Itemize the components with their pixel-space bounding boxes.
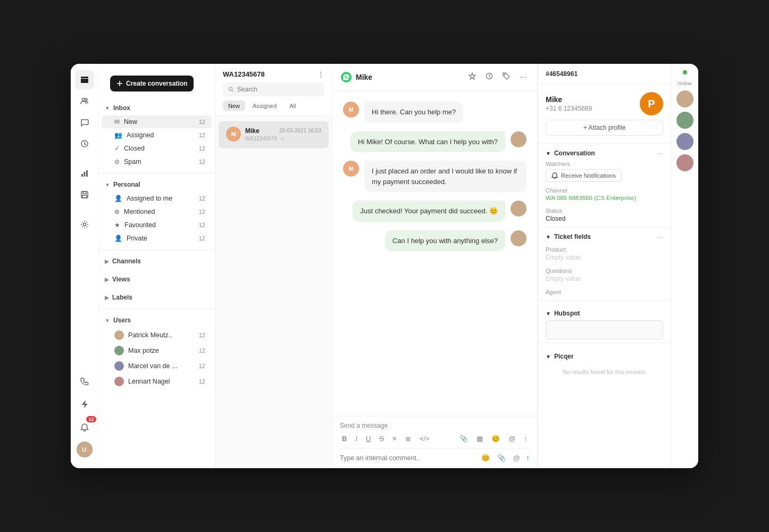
mention-button[interactable]: @: [506, 434, 517, 444]
sidebar-item-favourited[interactable]: ★ Favourited 12: [102, 219, 212, 231]
star-button[interactable]: [466, 70, 478, 84]
lightning-button[interactable]: [75, 395, 94, 414]
message-agent-avatar: [511, 230, 526, 246]
inbox-title: WA12345678 ⋮: [223, 70, 324, 78]
conversation-more-button[interactable]: ···: [657, 149, 663, 157]
message-row: Can I help you with anything else?: [343, 230, 526, 252]
message-row: M Hi there. Can you help me?: [343, 102, 526, 123]
views-header[interactable]: ▶ Views: [98, 272, 215, 286]
ordered-list-button[interactable]: ≡: [390, 434, 399, 444]
users-section: ▼ Users Patrick Meutz.. 12 Max potze 12 …: [98, 311, 215, 392]
agent-avatar-2[interactable]: [676, 112, 693, 129]
message-avatar: M: [343, 161, 359, 177]
sidebar-item-assigned[interactable]: 👥 Assigned 12: [102, 129, 212, 142]
personal-header[interactable]: ▼ Personal: [98, 178, 215, 192]
history-button[interactable]: [483, 70, 495, 84]
bold-button[interactable]: B: [340, 434, 349, 444]
sidebar-item-new[interactable]: ✉ New 12: [102, 115, 212, 128]
ticket-fields-more-button[interactable]: ···: [657, 232, 663, 241]
conv-list-header: WA12345678 ⋮ New Assigned All: [215, 64, 332, 116]
input-toolbar: B I U S ≡ ≣ </> 📎 ▦ 😊 @ ↑: [340, 434, 530, 448]
at-input-button[interactable]: @: [511, 453, 522, 463]
ticket-id: #46548961: [546, 70, 578, 78]
list-item[interactable]: M Mike 20-03-2021 16:03 WA12345678 ⊘: [219, 121, 329, 148]
channel-field: Channel WA 085 8883666 (CS Enterprise): [538, 185, 671, 205]
picqer-title: ▼ Picqer: [546, 347, 663, 363]
attach-profile-button[interactable]: + Attach profile: [546, 120, 663, 136]
emoji-button[interactable]: 😊: [489, 434, 502, 444]
settings-nav-button[interactable]: [75, 215, 94, 234]
chat-header: Mike: [332, 64, 537, 91]
sidebar-item-user2[interactable]: Max potze 12: [102, 343, 212, 358]
create-conversation-button[interactable]: Create conversation: [110, 76, 194, 92]
sidebar-item-mentioned[interactable]: ⊛ Mentioned 12: [102, 205, 212, 218]
code-button[interactable]: </>: [417, 434, 432, 444]
input-actions: 😊 📎 @ ↑: [479, 453, 530, 463]
send-arrow-button[interactable]: ↑: [522, 434, 530, 444]
agent-avatar-4[interactable]: [676, 154, 693, 171]
save-nav-button[interactable]: [75, 185, 94, 204]
more-button[interactable]: ···: [517, 70, 529, 84]
online-label: Online: [678, 81, 691, 86]
users-header[interactable]: ▼ Users: [98, 313, 215, 327]
chat-nav-button[interactable]: [75, 113, 94, 132]
phone-button[interactable]: [75, 371, 94, 390]
sidebar-item-user3[interactable]: Marcel van de ... 12: [102, 359, 212, 373]
message-row: Just checked! Your payment did succeed. …: [343, 201, 526, 222]
italic-button[interactable]: I: [353, 434, 360, 444]
attach-input-button[interactable]: 📎: [495, 453, 508, 463]
conv-id: WA12345678: [245, 136, 277, 142]
receive-notifications-button[interactable]: Receive Notifications: [546, 169, 622, 182]
agent-avatar-3[interactable]: [676, 133, 693, 150]
sidebar-item-spam[interactable]: ⊘ Spam 12: [102, 155, 212, 168]
team-nav-button[interactable]: [75, 92, 94, 111]
emoji-input-button[interactable]: 😊: [479, 453, 492, 463]
attachment-button[interactable]: 📎: [457, 434, 470, 444]
user-avatar[interactable]: U: [77, 442, 93, 458]
tab-assigned[interactable]: Assigned: [247, 101, 282, 111]
inbox-header[interactable]: ▼ Inbox: [98, 101, 215, 115]
inbox-nav-button[interactable]: [75, 70, 94, 89]
hubspot-box: [546, 320, 663, 339]
contact-avatar-large: P: [640, 92, 663, 115]
filter-icon[interactable]: ⋮: [317, 70, 324, 79]
send-button[interactable]: ↑: [525, 453, 530, 463]
search-input[interactable]: [237, 86, 319, 93]
sidebar-item-assigned-to-me[interactable]: 👤 Assigned to me 12: [102, 192, 212, 205]
history-nav-button[interactable]: [75, 134, 94, 153]
svg-point-10: [229, 87, 232, 90]
chat-header-left: Mike: [341, 72, 462, 82]
channels-header[interactable]: ▶ Channels: [98, 254, 215, 268]
tab-new[interactable]: New: [223, 101, 245, 111]
sidebar-item-user4[interactable]: Lennart Nagel 12: [102, 374, 212, 389]
underline-button[interactable]: U: [364, 434, 373, 444]
sidebar-item-closed[interactable]: ✓ Closed 12: [102, 142, 212, 155]
svg-point-0: [82, 98, 85, 101]
agent-avatar-1[interactable]: [676, 90, 693, 107]
sidebar-item-user1[interactable]: Patrick Meutz.. 12: [102, 328, 212, 343]
strikethrough-button[interactable]: S: [377, 434, 386, 444]
channel-value: WA 085 8883666 (CS Enterprise): [546, 195, 663, 201]
template-button[interactable]: ▦: [474, 434, 485, 444]
svg-point-12: [504, 74, 505, 75]
conversation-section: ▼ Conversation ··· Watchers Receive Noti…: [538, 144, 671, 227]
sidebar-item-private[interactable]: 👤 Private 12: [102, 232, 212, 245]
tab-all[interactable]: All: [284, 101, 301, 111]
message-input[interactable]: [340, 454, 475, 462]
tags-button[interactable]: [500, 70, 512, 84]
whatsapp-icon: [341, 72, 352, 82]
message-avatar: M: [343, 102, 359, 118]
unordered-list-button[interactable]: ≣: [403, 434, 413, 444]
svg-point-9: [83, 223, 86, 226]
online-indicator: [683, 70, 687, 74]
labels-header[interactable]: ▶ Labels: [98, 290, 215, 304]
closed-icon: ✓: [114, 145, 120, 152]
input-row: 😊 📎 @ ↑: [340, 453, 530, 463]
message-row: Hi Mike! Of course. What can I help you …: [343, 131, 526, 153]
agent-label: Agent: [546, 289, 663, 295]
message-bubble: Hi Mike! Of course. What can I help you …: [350, 131, 505, 153]
conversation-list-panel: WA12345678 ⋮ New Assigned All M: [215, 64, 332, 468]
analytics-nav-button[interactable]: [75, 164, 94, 183]
message-row: M I just placed an order and I would lik…: [343, 161, 526, 192]
message-bubble: Just checked! Your payment did succeed. …: [353, 201, 505, 222]
